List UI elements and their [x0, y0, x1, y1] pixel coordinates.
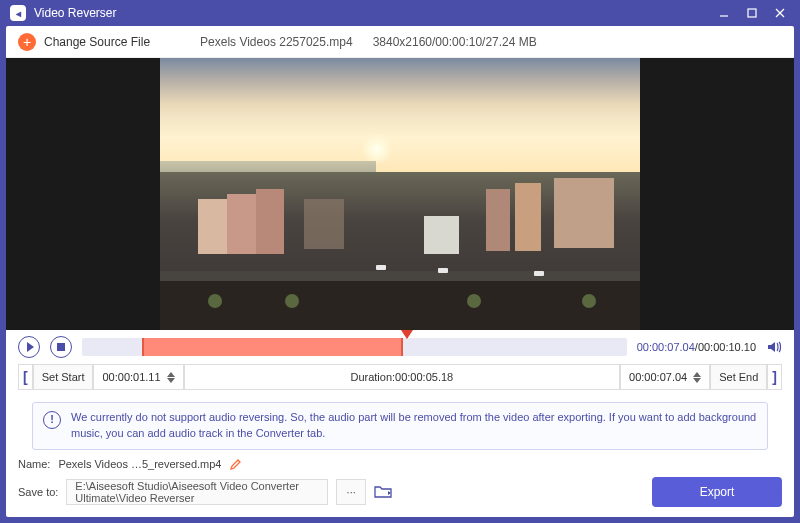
duration-display: Duration:00:00:05.18	[184, 364, 620, 390]
svg-rect-1	[748, 9, 756, 17]
range-row: [ Set Start 00:00:01.11 Duration:00:00:0…	[6, 364, 794, 398]
playback-controls: 00:00:07.04/00:00:10.10	[6, 330, 794, 364]
close-button[interactable]	[766, 1, 794, 25]
end-bracket-icon: ]	[767, 364, 782, 390]
save-to-label: Save to:	[18, 486, 58, 498]
header-row: + Change Source File Pexels Videos 22570…	[6, 26, 794, 58]
info-icon: !	[43, 411, 61, 429]
start-bracket-icon: [	[18, 364, 33, 390]
edit-name-button[interactable]	[229, 458, 242, 471]
end-time-field[interactable]: 00:00:07.04	[620, 364, 710, 390]
current-time: 00:00:07.04	[637, 341, 695, 353]
time-readout: 00:00:07.04/00:00:10.10	[637, 341, 756, 353]
stop-icon	[57, 343, 65, 351]
window-title: Video Reverser	[34, 6, 117, 20]
duration-value: 00:00:05.18	[395, 371, 453, 383]
timeline-slider[interactable]	[82, 338, 627, 356]
pencil-icon	[229, 458, 242, 471]
video-preview[interactable]	[6, 58, 794, 330]
plus-icon: +	[18, 33, 36, 51]
audio-notice: ! We currently do not support audio reve…	[32, 402, 768, 450]
source-meta: 3840x2160/00:00:10/27.24 MB	[373, 35, 537, 49]
app-icon: ◂	[10, 5, 26, 21]
change-source-label: Change Source File	[44, 35, 150, 49]
volume-button[interactable]	[766, 339, 782, 355]
save-area: Name: Pexels Videos …5_reversed.mp4 Save…	[6, 456, 794, 515]
titlebar: ◂ Video Reverser	[0, 0, 800, 26]
change-source-button[interactable]: + Change Source File	[18, 33, 150, 51]
source-filename: Pexels Videos 2257025.mp4	[200, 35, 353, 49]
folder-icon	[374, 484, 392, 500]
play-button[interactable]	[18, 336, 40, 358]
playhead-marker[interactable]	[401, 330, 413, 339]
name-label: Name:	[18, 458, 50, 470]
app-frame: + Change Source File Pexels Videos 22570…	[6, 26, 794, 517]
selection-range[interactable]	[142, 338, 403, 356]
browse-button[interactable]: ···	[336, 479, 366, 505]
notice-text: We currently do not support audio revers…	[71, 410, 757, 442]
play-icon	[27, 342, 34, 352]
duration-label: Duration:	[350, 371, 395, 383]
start-time-stepper[interactable]	[167, 372, 175, 383]
save-row: Save to: E:\Aiseesoft Studio\Aiseesoft V…	[18, 477, 782, 507]
speaker-icon	[766, 339, 782, 355]
set-start-button[interactable]: Set Start	[33, 364, 94, 390]
output-name-row: Name: Pexels Videos …5_reversed.mp4	[18, 458, 782, 471]
set-end-button[interactable]: Set End	[710, 364, 767, 390]
total-time: /00:00:10.10	[695, 341, 756, 353]
start-time-field[interactable]: 00:00:01.11	[93, 364, 183, 390]
export-button[interactable]: Export	[652, 477, 782, 507]
start-time-value: 00:00:01.11	[102, 371, 160, 383]
end-time-value: 00:00:07.04	[629, 371, 687, 383]
stop-button[interactable]	[50, 336, 72, 358]
save-path-field[interactable]: E:\Aiseesoft Studio\Aiseesoft Video Conv…	[66, 479, 328, 505]
end-time-stepper[interactable]	[693, 372, 701, 383]
open-folder-button[interactable]	[374, 484, 392, 500]
minimize-button[interactable]	[710, 1, 738, 25]
maximize-button[interactable]	[738, 1, 766, 25]
output-name-value: Pexels Videos …5_reversed.mp4	[58, 458, 221, 470]
video-frame	[160, 58, 640, 330]
